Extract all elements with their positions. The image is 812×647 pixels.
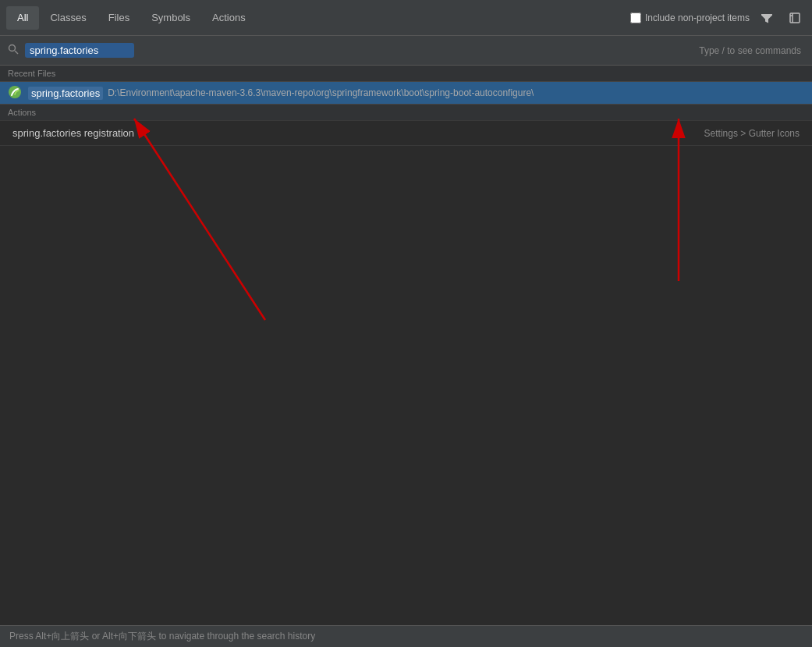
- header-right: Include non-project items: [630, 7, 806, 29]
- tab-files[interactable]: Files: [98, 6, 140, 30]
- status-text: Press Alt+向上箭头 or Alt+向下箭头 to navigate t…: [9, 630, 315, 643]
- svg-line-2: [15, 51, 18, 54]
- main-content: [0, 146, 812, 618]
- tab-bar: All Classes Files Symbols Actions Includ…: [0, 0, 812, 36]
- svg-point-1: [9, 45, 16, 52]
- tab-all[interactable]: All: [6, 6, 39, 30]
- tab-actions[interactable]: Actions: [201, 6, 257, 30]
- filter-icon[interactable]: [756, 7, 778, 29]
- expand-icon[interactable]: [784, 7, 806, 29]
- tab-classes[interactable]: Classes: [39, 6, 97, 30]
- search-input-wrap[interactable]: spring.factories: [25, 43, 134, 58]
- tab-symbols[interactable]: Symbols: [140, 6, 201, 30]
- include-non-project-label: Include non-project items: [645, 12, 750, 23]
- status-bar: Press Alt+向上箭头 or Alt+向下箭头 to navigate t…: [0, 625, 812, 647]
- svg-point-3: [9, 86, 21, 98]
- file-path: D:\Environment\apache-maven-3.6.3\maven-…: [108, 87, 534, 98]
- search-icon: [8, 44, 19, 57]
- svg-rect-0: [790, 13, 800, 23]
- spring-file-icon: [8, 85, 23, 101]
- actions-header: Actions: [0, 105, 812, 121]
- include-non-project-wrap[interactable]: Include non-project items: [630, 12, 750, 23]
- file-name: spring.factories: [28, 87, 103, 100]
- action-shortcut: Settings > Gutter Icons: [704, 128, 800, 139]
- type-hint: Type / to see commands: [134, 45, 804, 56]
- file-result-row[interactable]: spring.factories D:\Environment\apache-m…: [0, 82, 812, 105]
- include-non-project-checkbox[interactable]: [630, 12, 641, 23]
- action-name: spring.factories registration: [12, 127, 134, 139]
- recent-files-header: Recent Files: [0, 66, 812, 82]
- search-query: spring.factories: [30, 44, 98, 56]
- search-bar: spring.factories Type / to see commands: [0, 36, 812, 66]
- action-row[interactable]: spring.factories registration Settings >…: [0, 121, 812, 146]
